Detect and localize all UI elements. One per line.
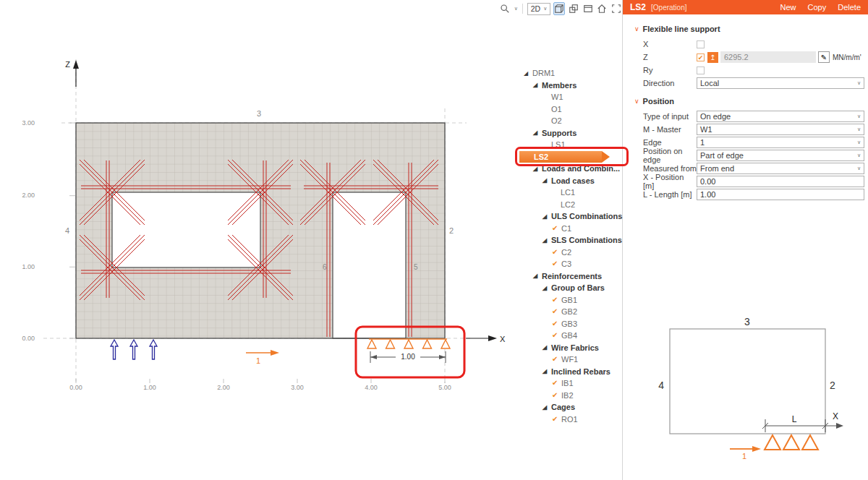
checkbox-checked-icon[interactable]: ✔ (552, 260, 561, 268)
tree-item-members[interactable]: ◢Members (519, 80, 628, 92)
section-flexible-line-support[interactable]: ∨ Flexible line support (634, 25, 865, 33)
section-position[interactable]: ∨ Position (634, 97, 865, 106)
tree-item-gb1[interactable]: ✔GB1 (519, 294, 628, 307)
tree-item-label: LS2 (533, 153, 548, 161)
checkbox-checked-icon[interactable]: ✔ (552, 391, 561, 400)
chevron-down-icon: ∨ (543, 6, 547, 12)
checkbox-checked-icon[interactable]: ✔ (552, 307, 561, 316)
views-icon (583, 4, 593, 14)
tree-item-w1[interactable]: W1 (519, 91, 628, 103)
expander-icon[interactable]: ◢ (533, 273, 541, 279)
svg-text:3.00: 3.00 (291, 384, 304, 391)
tree-item-inclined-rebars[interactable]: ◢Inclined Rebars (519, 366, 628, 378)
row-x-position: X - Position [m] (643, 175, 865, 188)
checkbox-checked-icon[interactable]: ✔ (552, 331, 561, 340)
direction-select[interactable]: Local ∨ (697, 77, 864, 89)
expander-icon[interactable]: ◢ (533, 129, 541, 136)
tree-item-o1[interactable]: O1 (519, 103, 628, 116)
checkbox-checked-icon[interactable]: ✔ (552, 355, 561, 364)
edge-select[interactable]: 1∨ (697, 137, 864, 148)
support-ls1[interactable] (111, 340, 157, 359)
expander-icon[interactable]: ◢ (542, 213, 550, 220)
tree-item-label: O1 (550, 105, 562, 113)
tree-item-c2[interactable]: ✔C2 (519, 247, 628, 259)
view-mode-dropdown[interactable]: 2D ∨ (527, 3, 551, 15)
tree-item-load-cases[interactable]: ◢Load cases (519, 175, 628, 187)
delete-button[interactable]: Delete (838, 3, 861, 12)
tree-item-lc1[interactable]: LC1 (519, 187, 628, 199)
tree-item-gb4[interactable]: ✔GB4 (519, 330, 628, 342)
home-icon (597, 4, 607, 14)
z-checkbox[interactable]: ✔ (697, 53, 705, 61)
checkbox-checked-icon[interactable]: ✔ (552, 415, 561, 424)
tree-item-ib2[interactable]: ✔IB2 (519, 390, 628, 402)
tree-item-drm1[interactable]: ◢DRM1 (519, 67, 628, 80)
expander-icon[interactable]: ◢ (542, 368, 550, 374)
svg-text:3.00: 3.00 (22, 119, 35, 127)
checkbox-checked-icon[interactable]: ✔ (552, 224, 561, 233)
checkbox-checked-icon[interactable]: ✔ (552, 320, 561, 328)
x-checkbox[interactable] (697, 40, 705, 48)
checkbox-checked-icon[interactable]: ✔ (552, 248, 561, 257)
layers-button[interactable] (568, 2, 579, 15)
tree-item-cages[interactable]: ◢Cages (519, 401, 628, 413)
tree-item-c3[interactable]: ✔C3 (519, 258, 628, 270)
z-stiffness-input[interactable] (720, 51, 816, 63)
opening-o2[interactable] (333, 192, 406, 338)
tree-item-o2[interactable]: O2 (519, 115, 628, 127)
tree-item-c1[interactable]: ✔C1 (519, 223, 628, 235)
expander-icon[interactable]: ◢ (533, 166, 541, 172)
tree-item-gb3[interactable]: ✔GB3 (519, 318, 628, 330)
line-support-icon[interactable]: ↥ (707, 52, 718, 63)
checkbox-checked-icon[interactable]: ✔ (552, 379, 561, 387)
tree-item-supports[interactable]: ◢Supports (519, 127, 628, 140)
search-chevron-icon[interactable]: ∨ (514, 6, 518, 12)
ry-checkbox[interactable] (697, 67, 705, 74)
home-button[interactable] (597, 2, 608, 15)
l-length-input[interactable] (697, 189, 864, 200)
expander-icon[interactable]: ◢ (542, 344, 550, 351)
tree-item-reinforcements[interactable]: ◢Reinforcements (519, 270, 628, 283)
tree-item-sls-combinations[interactable]: ◢SLS Combinations (519, 234, 628, 247)
checkbox-checked-icon[interactable]: ✔ (552, 296, 561, 304)
tree-item-wf1[interactable]: ✔WF1 (519, 353, 628, 366)
support-ls2[interactable]: 1.00 (367, 339, 450, 363)
tree-item-label: ULS Combinations (550, 212, 622, 220)
opening-o1[interactable] (112, 192, 260, 267)
tree-item-label: RO1 (561, 415, 578, 424)
type-of-input-select[interactable]: On edge∨ (697, 111, 864, 122)
expander-icon[interactable]: ◢ (542, 237, 550, 244)
axonometry-button[interactable] (553, 2, 565, 15)
tree-item-uls-combinations[interactable]: ◢ULS Combinations (519, 210, 628, 223)
chevron-down-icon: ∨ (857, 80, 861, 86)
expander-icon[interactable]: ◢ (542, 285, 550, 291)
x-position-input[interactable] (697, 176, 864, 187)
chevron-down-icon: ∨ (857, 153, 861, 158)
search-button[interactable] (499, 2, 511, 15)
tree-item-ro1[interactable]: ✔RO1 (519, 413, 628, 426)
expander-icon[interactable]: ◢ (542, 404, 550, 411)
chevron-down-icon: ∨ (857, 140, 861, 145)
tree-item-label: O2 (550, 116, 562, 125)
tree-item-loads-and-combin-[interactable]: ◢Loads and Combin... (519, 163, 628, 175)
expander-icon[interactable]: ◢ (524, 70, 532, 77)
master-select[interactable]: W1∨ (697, 124, 864, 135)
edit-stiffness-button[interactable]: ✎ (818, 51, 830, 63)
tree-item-gb2[interactable]: ✔GB2 (519, 306, 628, 318)
new-button[interactable]: New (780, 3, 796, 12)
expander-icon[interactable]: ◢ (533, 82, 541, 88)
tree-item-ls1[interactable]: LS1 (519, 139, 628, 151)
tree-item-group-of-bars[interactable]: ◢Group of Bars (519, 282, 628, 294)
views-button[interactable] (582, 2, 594, 15)
tree-item-wire-fabrics[interactable]: ◢Wire Fabrics (519, 342, 628, 354)
edge-number-top: 3 (257, 109, 261, 118)
tree-item-lc2[interactable]: LC2 (519, 199, 628, 211)
tree-item-ls2[interactable]: LS2 (519, 151, 602, 163)
fit-view-button[interactable] (610, 2, 622, 15)
tree-item-ib1[interactable]: ✔IB1 (519, 377, 628, 390)
measured-from-select[interactable]: From end∨ (697, 163, 864, 174)
section-title: Position (643, 97, 674, 106)
expander-icon[interactable]: ◢ (542, 177, 550, 184)
copy-button[interactable]: Copy (808, 3, 827, 12)
position-on-edge-select[interactable]: Part of edge∨ (697, 150, 864, 161)
